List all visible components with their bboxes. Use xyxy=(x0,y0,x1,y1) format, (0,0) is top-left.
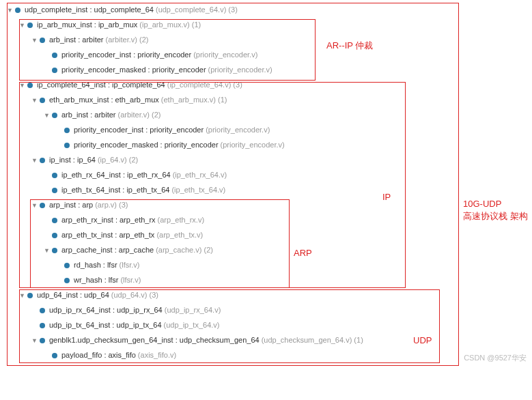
node-label: priority_encoder_masked : priority_encod… xyxy=(61,65,206,75)
node-source: (udp_ip_tx_64.v) xyxy=(164,320,220,330)
tree-row[interactable]: ▼arp_cache_inst : arp_cache(arp_cache.v)… xyxy=(3,243,529,258)
node-source: (lfsr.v) xyxy=(120,260,140,270)
tree-row[interactable]: ▼udp_64_inst : udp_64(udp_64.v) (3) xyxy=(3,288,529,303)
node-icon xyxy=(15,8,20,13)
tree-row[interactable]: udp_ip_rx_64_inst : udp_ip_rx_64(udp_ip_… xyxy=(3,303,529,318)
tree-row[interactable]: priority_encoder_masked : priority_encod… xyxy=(3,138,529,153)
node-source: (udp_ip_rx_64.v) xyxy=(165,305,221,315)
node-label: ip_arb_mux_inst : ip_arb_mux xyxy=(37,20,137,30)
node-icon xyxy=(52,188,57,193)
node-label: payload_fifo : axis_fifo xyxy=(61,350,136,360)
tree-row[interactable]: arp_eth_tx_inst : arp_eth_tx(arp_eth_tx.… xyxy=(3,228,529,243)
annotation-ar-ip: AR--IP 仲裁 xyxy=(326,40,373,52)
chevron-down-icon[interactable]: ▼ xyxy=(31,96,40,105)
node-icon xyxy=(27,23,33,28)
tree-row[interactable]: payload_fifo : axis_fifo(axis_fifo.v) xyxy=(3,348,529,363)
node-icon xyxy=(52,173,57,178)
tree-row[interactable]: ▼genblk1.udp_checksum_gen_64_inst : udp_… xyxy=(3,333,529,348)
node-source: (arp.v) (3) xyxy=(95,200,128,210)
node-label: ip_eth_tx_64_inst : ip_eth_tx_64 xyxy=(61,185,169,195)
node-icon xyxy=(52,353,57,358)
node-label: udp_64_inst : udp_64 xyxy=(37,290,109,300)
node-icon xyxy=(40,38,45,43)
node-source: (axis_fifo.v) xyxy=(138,350,176,360)
node-label: arb_inst : arbiter xyxy=(61,110,115,120)
tree-row[interactable]: ▼ip_arb_mux_inst : ip_arb_mux(ip_arb_mux… xyxy=(3,18,529,33)
node-icon xyxy=(40,158,45,163)
node-label: arp_inst : arp xyxy=(49,200,93,210)
chevron-down-icon[interactable]: ▼ xyxy=(19,81,27,90)
annotation-main: 10G-UDP 高速协议栈 架构 xyxy=(463,198,528,223)
tree-row[interactable]: ▼udp_complete_inst : udp_complete_64(udp… xyxy=(3,3,529,18)
node-source: (arp_cache.v) (2) xyxy=(156,245,213,255)
tree-row[interactable]: rd_hash : lfsr(lfsr.v) xyxy=(3,258,529,273)
node-source: (eth_arb_mux.v) (1) xyxy=(161,95,227,105)
tree-row[interactable]: arp_eth_rx_inst : arp_eth_rx(arp_eth_rx.… xyxy=(3,213,529,228)
chevron-down-icon[interactable]: ▼ xyxy=(44,111,52,120)
node-source: (udp_complete_64.v) (3) xyxy=(156,5,238,15)
node-icon xyxy=(52,248,57,253)
node-source: (arp_eth_rx.v) xyxy=(158,215,204,225)
node-icon xyxy=(27,293,33,298)
node-label: ip_complete_64_inst : ip_complete_64 xyxy=(37,80,165,90)
tree-row[interactable]: priority_encoder_masked : priority_encod… xyxy=(3,63,529,78)
chevron-down-icon[interactable]: ▼ xyxy=(7,6,15,15)
node-icon xyxy=(27,83,33,88)
chevron-down-icon[interactable]: ▼ xyxy=(31,201,40,210)
node-label: priority_encoder_inst : priority_encoder xyxy=(61,50,191,60)
tree-row[interactable]: ▼ip_inst : ip_64(ip_64.v) (2) xyxy=(3,153,529,168)
chevron-down-icon[interactable]: ▼ xyxy=(31,156,40,165)
chevron-down-icon[interactable]: ▼ xyxy=(19,291,27,300)
node-source: (ip_arb_mux.v) (1) xyxy=(139,20,201,30)
chevron-down-icon[interactable]: ▼ xyxy=(31,337,40,345)
node-icon xyxy=(40,323,45,328)
tree-row[interactable]: udp_ip_tx_64_inst : udp_ip_tx_64(udp_ip_… xyxy=(3,318,529,333)
node-source: (ip_64.v) (2) xyxy=(98,155,138,165)
node-icon xyxy=(40,203,45,208)
node-source: (lfsr.v) xyxy=(120,275,141,285)
node-label: eth_arb_mux_inst : eth_arb_mux xyxy=(49,95,159,105)
node-label: priority_encoder_masked : priority_encod… xyxy=(74,140,219,150)
annotation-ip: IP xyxy=(382,191,391,203)
node-icon xyxy=(40,308,45,313)
node-icon xyxy=(52,218,57,223)
node-source: (priority_encoder.v) xyxy=(208,65,272,75)
tree-row[interactable]: ▼arb_inst : arbiter(arbiter.v) (2) xyxy=(3,33,529,48)
node-label: ip_eth_rx_64_inst : ip_eth_rx_64 xyxy=(61,170,171,180)
tree-row[interactable]: priority_encoder_inst : priority_encoder… xyxy=(3,123,529,138)
node-label: wr_hash : lfsr xyxy=(74,275,118,285)
node-source: (udp_64.v) (3) xyxy=(111,290,158,300)
node-source: (arbiter.v) (2) xyxy=(117,110,160,120)
tree-row[interactable]: priority_encoder_inst : priority_encoder… xyxy=(3,48,529,63)
tree-row[interactable]: ip_eth_tx_64_inst : ip_eth_tx_64(ip_eth_… xyxy=(3,183,529,198)
node-label: arb_inst : arbiter xyxy=(49,35,103,45)
annotation-arp: ARP xyxy=(294,247,312,259)
node-icon xyxy=(40,338,45,343)
node-label: priority_encoder_inst : priority_encoder xyxy=(74,125,204,135)
node-source: (arp_eth_tx.v) xyxy=(156,230,203,240)
node-icon xyxy=(52,68,57,73)
tree-row[interactable]: ip_eth_rx_64_inst : ip_eth_rx_64(ip_eth_… xyxy=(3,168,529,183)
node-source: (udp_checksum_gen_64.v) (1) xyxy=(262,335,363,345)
chevron-down-icon[interactable]: ▼ xyxy=(31,36,40,45)
tree-row[interactable]: ▼arb_inst : arbiter(arbiter.v) (2) xyxy=(3,108,529,123)
node-icon xyxy=(52,53,57,58)
node-label: ip_inst : ip_64 xyxy=(49,155,96,165)
tree-row[interactable]: wr_hash : lfsr(lfsr.v) xyxy=(3,273,529,288)
node-icon xyxy=(64,263,70,268)
tree-row[interactable]: ▼eth_arb_mux_inst : eth_arb_mux(eth_arb_… xyxy=(3,93,529,108)
node-icon xyxy=(64,128,70,133)
chevron-down-icon[interactable]: ▼ xyxy=(44,246,52,255)
node-label: arp_eth_tx_inst : arp_eth_tx xyxy=(61,230,154,240)
node-label: rd_hash : lfsr xyxy=(74,260,117,270)
node-label: udp_ip_tx_64_inst : udp_ip_tx_64 xyxy=(49,320,162,330)
tree-row[interactable]: ▼ip_complete_64_inst : ip_complete_64(ip… xyxy=(3,78,529,93)
tree-row[interactable]: ▼arp_inst : arp(arp.v) (3) xyxy=(3,198,529,213)
node-source: (arbiter.v) (2) xyxy=(105,35,148,45)
chevron-down-icon[interactable]: ▼ xyxy=(19,21,27,30)
node-icon xyxy=(52,113,57,118)
watermark: CSDN @9527华安 xyxy=(464,353,527,363)
node-icon xyxy=(40,98,45,103)
node-label: genblk1.udp_checksum_gen_64_inst : udp_c… xyxy=(49,335,260,345)
node-label: arp_cache_inst : arp_cache xyxy=(61,245,154,255)
